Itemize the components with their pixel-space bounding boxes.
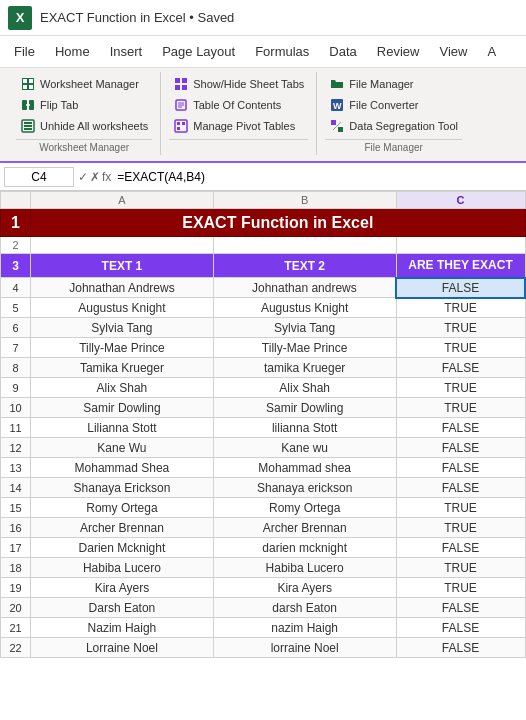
svg-rect-25 [331,120,336,125]
cell-c8[interactable]: FALSE [396,358,525,378]
cell-c13[interactable]: FALSE [396,458,525,478]
row-num: 22 [1,638,31,658]
cell-a11[interactable]: Lilianna Stott [31,418,214,438]
cell-a14[interactable]: Shanaya Erickson [31,478,214,498]
cell-b9[interactable]: Alix Shah [213,378,396,398]
svg-rect-19 [175,120,187,132]
col-header-a[interactable]: A [31,192,214,209]
cell-b7[interactable]: Tilly-Mae Prince [213,338,396,358]
table-row: 6Sylvia TangSylvia TangTRUE [1,318,526,338]
cell-reference[interactable] [4,167,74,187]
cell-b21[interactable]: nazim Haigh [213,618,396,638]
cell-a5[interactable]: Augustus Knight [31,298,214,318]
cell-b19[interactable]: Kira Ayers [213,578,396,598]
cell-b12[interactable]: Kane wu [213,438,396,458]
cell-c16[interactable]: TRUE [396,518,525,538]
unhide-worksheets-btn[interactable]: Unhide All worksheets [16,116,152,136]
cell-a18[interactable]: Habiba Lucero [31,558,214,578]
cell[interactable] [213,237,396,254]
table-row: 15Romy OrtegaRomy OrtegaTRUE [1,498,526,518]
worksheet-manager-btn[interactable]: Worksheet Manager [16,74,152,94]
cell-c10[interactable]: TRUE [396,398,525,418]
cell-b11[interactable]: lilianna Stott [213,418,396,438]
cell-c6[interactable]: TRUE [396,318,525,338]
cell-c12[interactable]: FALSE [396,438,525,458]
cell-b17[interactable]: darien mcknight [213,538,396,558]
table-of-contents-btn[interactable]: Table Of Contents [169,95,308,115]
cell-a20[interactable]: Darsh Eaton [31,598,214,618]
ribbon-groups: Worksheet Manager Flip Tab Unhide All wo… [8,72,518,155]
menu-formulas[interactable]: Formulas [245,40,319,63]
cell-a15[interactable]: Romy Ortega [31,498,214,518]
cell-c20[interactable]: FALSE [396,598,525,618]
cell-a10[interactable]: Samir Dowling [31,398,214,418]
menu-addins[interactable]: A [477,40,506,63]
show-hide-icon [173,76,189,92]
cell-b14[interactable]: Shanaya erickson [213,478,396,498]
cell-c5[interactable]: TRUE [396,298,525,318]
ribbon: Worksheet Manager Flip Tab Unhide All wo… [0,68,526,163]
cell-c21[interactable]: FALSE [396,618,525,638]
fx-label: fx [102,170,111,184]
cell[interactable] [396,237,525,254]
cell-c17[interactable]: FALSE [396,538,525,558]
cell-b20[interactable]: darsh Eaton [213,598,396,618]
file-manager-label: File Manager [349,78,413,90]
file-manager-btn[interactable]: File Manager [325,74,462,94]
menu-file[interactable]: File [4,40,45,63]
cell-c11[interactable]: FALSE [396,418,525,438]
cell-a13[interactable]: Mohammad Shea [31,458,214,478]
flip-tab-btn[interactable]: Flip Tab [16,95,152,115]
cell-b18[interactable]: Habiba Lucero [213,558,396,578]
table-row: 7Tilly-Mae PrinceTilly-Mae PrinceTRUE [1,338,526,358]
cell-c4[interactable]: FALSE [396,278,525,298]
cell-b13[interactable]: Mohammad shea [213,458,396,478]
menu-home[interactable]: Home [45,40,100,63]
menu-insert[interactable]: Insert [100,40,153,63]
cell-c22[interactable]: FALSE [396,638,525,658]
cell-c7[interactable]: TRUE [396,338,525,358]
cell[interactable] [31,237,214,254]
formula-input[interactable] [115,168,522,186]
cell-b6[interactable]: Sylvia Tang [213,318,396,338]
cell-c15[interactable]: TRUE [396,498,525,518]
pivot-icon [173,118,189,134]
cell-a4[interactable]: Johnathan Andrews [31,278,214,298]
svg-rect-13 [175,85,180,90]
data-table: A B C 1 EXACT Function in Excel 2 3 TEXT… [0,191,526,658]
menu-page-layout[interactable]: Page Layout [152,40,245,63]
cell-a7[interactable]: Tilly-Mae Prince [31,338,214,358]
show-hide-tabs-btn[interactable]: Show/Hide Sheet Tabs [169,74,308,94]
cell-c19[interactable]: TRUE [396,578,525,598]
cell-a12[interactable]: Kane Wu [31,438,214,458]
cell-b8[interactable]: tamika Krueger [213,358,396,378]
cell-a16[interactable]: Archer Brennan [31,518,214,538]
cell-b4[interactable]: Johnathan andrews [213,278,396,298]
cell-c14[interactable]: FALSE [396,478,525,498]
cell-a21[interactable]: Nazim Haigh [31,618,214,638]
cell-b15[interactable]: Romy Ortega [213,498,396,518]
file-converter-btn[interactable]: W File Converter [325,95,462,115]
cell-b5[interactable]: Augustus Knight [213,298,396,318]
menu-view[interactable]: View [429,40,477,63]
pivot-label: Manage Pivot Tables [193,120,295,132]
worksheet-manager-icon [20,76,36,92]
cell-b22[interactable]: lorraine Noel [213,638,396,658]
cell-b10[interactable]: Samir Dowling [213,398,396,418]
data-segregation-btn[interactable]: Data Segregation Tool [325,116,462,136]
row-num: 10 [1,398,31,418]
cell-a17[interactable]: Darien Mcknight [31,538,214,558]
col-header-b[interactable]: B [213,192,396,209]
cell-b16[interactable]: Archer Brennan [213,518,396,538]
cell-a9[interactable]: Alix Shah [31,378,214,398]
menu-review[interactable]: Review [367,40,430,63]
menu-data[interactable]: Data [319,40,366,63]
cell-a6[interactable]: Sylvia Tang [31,318,214,338]
manage-pivot-btn[interactable]: Manage Pivot Tables [169,116,308,136]
col-header-c[interactable]: C [396,192,525,209]
cell-a22[interactable]: Lorraine Noel [31,638,214,658]
cell-c9[interactable]: TRUE [396,378,525,398]
cell-a19[interactable]: Kira Ayers [31,578,214,598]
cell-c18[interactable]: TRUE [396,558,525,578]
cell-a8[interactable]: Tamika Krueger [31,358,214,378]
